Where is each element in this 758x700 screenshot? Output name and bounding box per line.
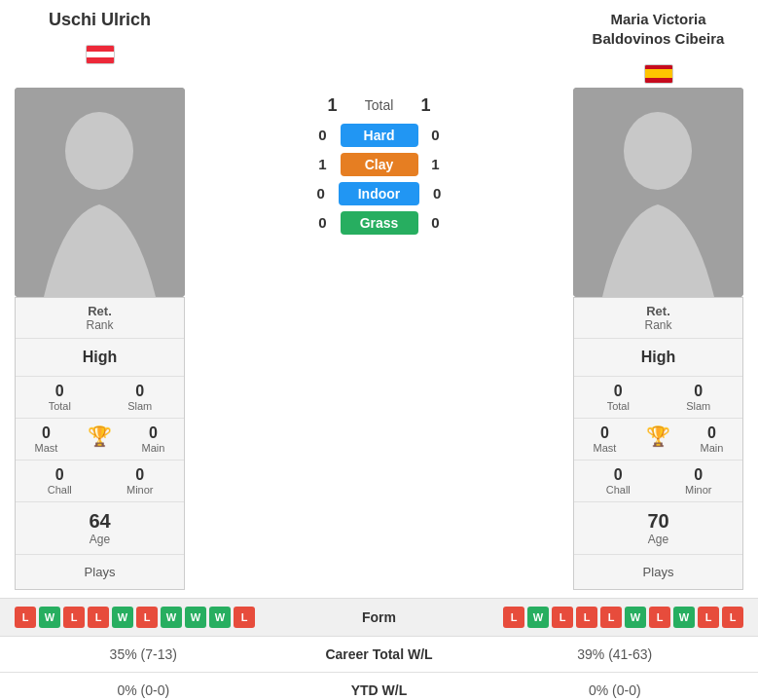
- left-stats-box: Ret. Rank High 0 Total 0 Slam: [15, 297, 185, 590]
- left-high-row: High: [16, 339, 184, 377]
- left-main-value: 0: [149, 424, 158, 442]
- right-player-name-area: Maria Victoria Baldovinos Cibeira: [573, 10, 743, 84]
- right-player-name: Maria Victoria Baldovinos Cibeira: [573, 10, 743, 48]
- total-label: Total: [350, 97, 409, 113]
- right-high-value: High: [641, 349, 676, 366]
- left-total-slam-row: 0 Total 0 Slam: [16, 377, 184, 419]
- right-main-stat: 0 Main: [693, 424, 732, 454]
- ytd-wl-right: 0% (0-0): [487, 682, 744, 698]
- right-stats-box: Ret. Rank High 0 Total 0 Slam: [573, 297, 743, 590]
- right-slam-stat: 0 Slam: [679, 383, 718, 412]
- ytd-wl-row: 0% (0-0) YTD W/L 0% (0-0): [0, 673, 758, 701]
- right-minor-label: Minor: [685, 484, 712, 496]
- left-player-name-area: Uschi Ulrich: [15, 10, 185, 64]
- right-main-value: 0: [707, 424, 716, 442]
- svg-point-1: [65, 112, 133, 190]
- left-minor-stat: 0 Minor: [121, 466, 160, 496]
- left-mast-stat: 0 Mast: [27, 424, 66, 454]
- left-total-label: Total: [49, 400, 71, 412]
- left-form-badge-4: W: [112, 607, 133, 628]
- form-section: L W L L W L W W W L Form L W L L L W L W…: [0, 598, 758, 637]
- right-age-row: 70 Age: [574, 502, 742, 555]
- indoor-button[interactable]: Indoor: [339, 182, 420, 205]
- total-row: 1 Total 1: [323, 95, 436, 116]
- right-mast-value: 0: [600, 424, 609, 442]
- right-total-stat: 0 Total: [598, 383, 637, 412]
- total-score-left: 1: [323, 95, 343, 116]
- right-age-value: 70: [647, 510, 668, 533]
- left-form-badge-9: L: [234, 607, 255, 628]
- form-badges-left: L W L L W L W W W L: [15, 607, 331, 628]
- career-total-center: Career Total W/L: [272, 646, 487, 662]
- left-form-badge-2: L: [63, 607, 85, 628]
- indoor-score-right: 0: [427, 185, 447, 202]
- left-high-value: High: [83, 349, 118, 366]
- left-slam-stat: 0 Slam: [121, 383, 160, 412]
- career-total-right: 39% (41-63): [487, 646, 744, 662]
- left-form-badge-3: L: [88, 607, 109, 628]
- right-chall-minor-row: 0 Chall 0 Minor: [574, 461, 742, 502]
- left-main-label: Main: [142, 442, 165, 454]
- right-minor-stat: 0 Minor: [679, 466, 718, 496]
- left-plays-row: Plays: [16, 555, 184, 589]
- hard-button[interactable]: Hard: [341, 124, 418, 147]
- right-main-label: Main: [701, 442, 724, 454]
- left-age-row: 64 Age: [16, 502, 184, 555]
- hard-score-right: 0: [426, 127, 446, 143]
- left-player-section: Ret. Rank High 0 Total 0 Slam: [15, 88, 185, 590]
- svg-point-3: [624, 112, 692, 190]
- right-mast-label: Mast: [594, 442, 617, 454]
- left-form-badge-6: W: [161, 607, 182, 628]
- left-slam-label: Slam: [127, 400, 152, 412]
- right-high-row: High: [574, 339, 742, 377]
- career-total-row: 35% (7-13) Career Total W/L 39% (41-63): [0, 637, 758, 673]
- right-form-badge-2: L: [552, 607, 573, 628]
- indoor-surface-row: 0 Indoor 0: [311, 182, 448, 205]
- left-mast-value: 0: [42, 424, 51, 442]
- right-minor-value: 0: [694, 466, 703, 484]
- left-total-value: 0: [55, 383, 64, 400]
- left-chall-value: 0: [55, 466, 64, 484]
- clay-score-left: 1: [313, 156, 333, 172]
- left-total-stat: 0 Total: [40, 383, 79, 412]
- total-score-right: 1: [416, 95, 436, 116]
- form-center-label: Form: [331, 609, 428, 625]
- right-form-badge-4: L: [600, 607, 622, 628]
- main-container: Uschi Ulrich Maria Victoria Baldovinos C…: [0, 0, 758, 700]
- right-mast-main-row: 0 Mast 🏆 0 Main: [574, 419, 742, 461]
- hard-score-left: 0: [313, 127, 333, 143]
- right-trophy-icon: 🏆: [639, 424, 678, 454]
- left-mast-label: Mast: [35, 442, 58, 454]
- right-player-section: Ret. Rank High 0 Total 0 Slam: [573, 88, 743, 590]
- left-minor-label: Minor: [126, 484, 154, 496]
- right-slam-label: Slam: [686, 400, 710, 412]
- career-total-left: 35% (7-13): [15, 646, 272, 662]
- right-total-label: Total: [607, 400, 630, 412]
- grass-score-right: 0: [426, 214, 446, 231]
- left-slam-value: 0: [135, 383, 144, 400]
- right-chall-stat: 0 Chall: [598, 466, 637, 496]
- left-rank-label: Rank: [86, 318, 113, 332]
- left-player-photo: [15, 88, 185, 297]
- indoor-score-left: 0: [311, 185, 331, 202]
- clay-surface-row: 1 Clay 1: [313, 153, 446, 176]
- left-form-badge-8: W: [209, 607, 231, 628]
- grass-button[interactable]: Grass: [341, 211, 418, 235]
- left-minor-value: 0: [135, 466, 144, 484]
- left-chall-minor-row: 0 Chall 0 Minor: [16, 461, 184, 502]
- right-total-value: 0: [614, 383, 623, 400]
- right-plays-row: Plays: [574, 555, 742, 589]
- form-badges-right: L W L L L W L W L L: [428, 607, 744, 628]
- right-player-flag: [573, 52, 743, 84]
- right-chall-value: 0: [614, 466, 623, 484]
- right-mast-stat: 0 Mast: [586, 424, 625, 454]
- grass-score-left: 0: [313, 214, 333, 231]
- right-form-badge-1: W: [527, 607, 549, 628]
- right-plays-label: Plays: [643, 565, 674, 579]
- right-form-badge-5: W: [625, 607, 646, 628]
- left-trophy-icon: 🏆: [81, 424, 120, 454]
- right-form-badge-0: L: [503, 607, 524, 628]
- right-age-label: Age: [648, 533, 668, 546]
- left-form-badge-0: L: [15, 607, 36, 628]
- clay-button[interactable]: Clay: [341, 153, 418, 176]
